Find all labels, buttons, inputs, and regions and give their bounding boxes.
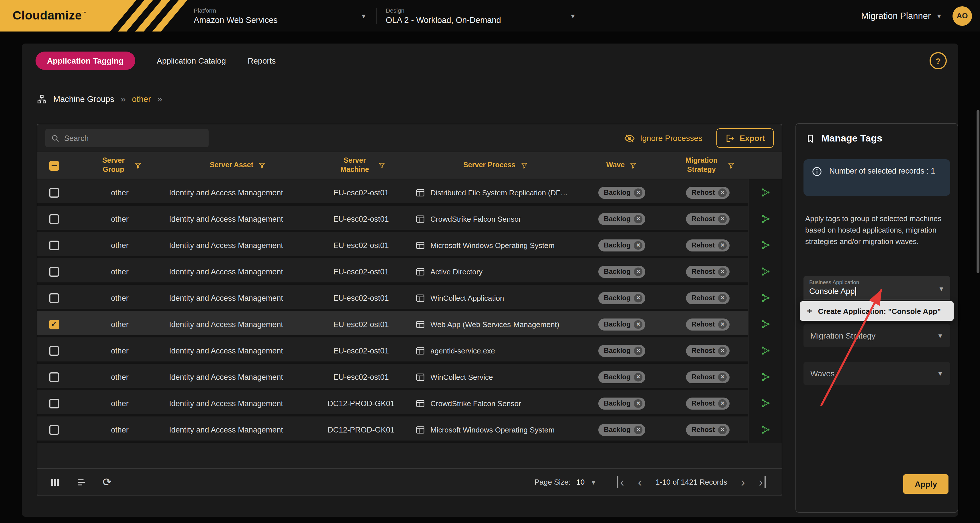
filter-icon[interactable] [258,162,266,170]
breadcrumb-current[interactable]: other [132,94,151,104]
chip-remove-icon[interactable]: ✕ [634,346,643,355]
dependencies-icon[interactable] [760,398,771,409]
dependencies-icon[interactable] [760,372,771,382]
tab-application-tagging[interactable]: Application Tagging [35,52,135,70]
migration-strategy-select[interactable]: Migration Strategy ▼ [803,324,950,347]
row-checkbox[interactable] [49,267,59,277]
row-density-icon[interactable] [76,477,86,487]
row-checkbox[interactable] [49,398,59,408]
column-header-server-group[interactable]: Server Group [70,157,169,175]
table-row[interactable]: other Identity and Access Management EU-… [37,311,782,337]
row-checkbox[interactable] [49,240,59,250]
search-input[interactable] [64,134,203,142]
tab-reports[interactable]: Reports [248,56,276,65]
filter-icon[interactable] [378,162,386,170]
table-row[interactable]: other Identity and Access Management EU-… [37,285,782,311]
chip-remove-icon[interactable]: ✕ [634,215,643,223]
cell-actions [748,311,782,337]
chip-remove-icon[interactable]: ✕ [718,399,727,408]
search-box[interactable] [45,129,208,147]
cell-server-asset: Identity and Access Management [169,425,307,434]
breadcrumb-root[interactable]: Machine Groups [53,94,115,104]
apply-button[interactable]: Apply [903,474,948,494]
tab-application-catalog[interactable]: Application Catalog [157,56,226,65]
dependencies-icon[interactable] [760,319,771,329]
page-size-control[interactable]: Page Size: 10 ▼ [535,478,596,486]
chip-remove-icon[interactable]: ✕ [634,425,643,434]
dependencies-icon[interactable] [760,424,771,435]
chip-remove-icon[interactable]: ✕ [634,399,643,408]
table-row[interactable]: other Identity and Access Management EU-… [37,258,782,285]
ignore-processes-button[interactable]: Ignore Processes [624,133,702,143]
column-header-server-asset[interactable]: Server Asset [169,161,307,170]
chip-remove-icon[interactable]: ✕ [634,241,643,250]
cell-migration-strategy: Rehost ✕ [668,345,748,357]
dependencies-icon[interactable] [760,214,771,224]
business-application-input[interactable]: Business Application Console App ▼ [803,276,950,300]
create-application-option[interactable]: + Create Application: "Console App" [800,301,954,321]
chip-remove-icon[interactable]: ✕ [634,373,643,381]
export-button[interactable]: Export [716,128,774,148]
dependencies-icon[interactable] [760,187,771,198]
dependencies-icon[interactable] [760,293,771,303]
chip-remove-icon[interactable]: ✕ [718,373,727,381]
previous-page-button[interactable]: ‹ [638,476,642,488]
table-row[interactable]: other Identity and Access Management EU-… [37,337,782,364]
table-row[interactable]: other Identity and Access Management EU-… [37,364,782,390]
chevron-down-icon[interactable]: ▼ [938,285,945,292]
chip-remove-icon[interactable]: ✕ [718,241,727,250]
row-checkbox[interactable] [49,214,59,224]
chip-remove-icon[interactable]: ✕ [718,267,727,276]
chip-remove-icon[interactable]: ✕ [718,215,727,223]
migration-planner-menu[interactable]: Migration Planner ▼ [861,11,942,21]
first-page-button[interactable]: ‹ [617,476,624,488]
row-checkbox[interactable] [49,320,59,329]
column-header-migration-strategy[interactable]: Migration Strategy [668,157,748,175]
filter-icon[interactable] [520,162,528,170]
chip-remove-icon[interactable]: ✕ [634,267,643,276]
row-checkbox[interactable] [49,293,59,303]
columns-view-icon[interactable] [50,477,60,487]
chip-remove-icon[interactable]: ✕ [634,294,643,302]
filter-icon[interactable] [629,162,637,170]
dependencies-icon[interactable] [760,345,771,356]
help-button[interactable]: ? [929,52,947,69]
select-all-checkbox[interactable] [49,161,59,170]
chip-remove-icon[interactable]: ✕ [718,346,727,355]
chip-remove-icon[interactable]: ✕ [718,425,727,434]
column-header-wave[interactable]: Wave [576,161,668,170]
chip-remove-icon[interactable]: ✕ [718,188,727,197]
cloudamize-logo[interactable]: Cloudamize™ [0,0,189,32]
cell-server-process: Microsoft Windows Operating System [415,240,576,250]
filter-icon[interactable] [727,162,735,170]
page-scrollbar[interactable] [977,110,979,273]
dependencies-icon[interactable] [760,266,771,277]
avatar[interactable]: AO [953,6,972,25]
table-row[interactable]: other Identity and Access Management DC1… [37,416,782,443]
design-select[interactable]: Design OLA 2 - Workload, On-Demand ▼ [386,7,576,25]
chip-remove-icon[interactable]: ✕ [634,188,643,197]
filter-icon[interactable] [134,162,142,170]
chip-remove-icon[interactable]: ✕ [634,320,643,329]
dependencies-icon[interactable] [760,240,771,250]
platform-select[interactable]: Platform Amazon Web Services ▼ [194,7,367,25]
refresh-icon[interactable]: ⟳ [103,475,112,489]
row-checkbox[interactable] [49,346,59,355]
next-page-button[interactable]: › [741,476,745,488]
last-page-button[interactable]: › [759,476,766,488]
row-checkbox[interactable] [49,372,59,382]
chip-remove-icon[interactable]: ✕ [718,320,727,329]
waves-select[interactable]: Waves ▼ [803,362,950,385]
cell-server-asset: Identity and Access Management [169,215,307,223]
table-row[interactable]: other Identity and Access Management EU-… [37,232,782,258]
row-checkbox[interactable] [49,425,59,434]
table-row[interactable]: other Identity and Access Management EU-… [37,206,782,232]
row-checkbox[interactable] [49,188,59,197]
strategy-chip: Rehost ✕ [686,186,730,199]
table-row[interactable]: other Identity and Access Management DC1… [37,390,782,416]
table-row[interactable]: other Identity and Access Management EU-… [37,179,782,206]
chip-remove-icon[interactable]: ✕ [718,294,727,302]
column-header-server-process[interactable]: Server Process [415,161,576,170]
column-header-server-machine[interactable]: Server Machine [307,157,415,175]
cell-migration-strategy: Rehost ✕ [668,265,748,278]
